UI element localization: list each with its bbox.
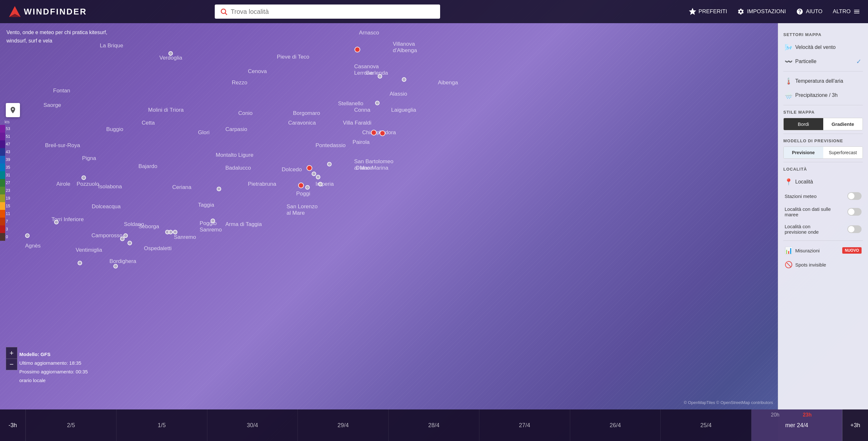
- timeline-date-2-5[interactable]: 2/5: [26, 409, 117, 441]
- localita-maree-row[interactable]: Località con dati sulle maree: [783, 203, 863, 220]
- timeline-date-26-4[interactable]: 26/4: [570, 409, 661, 441]
- map-label-pairola: Pairola: [352, 139, 370, 146]
- timeline-back-btn[interactable]: -3h: [0, 409, 26, 441]
- legend-row-47: 47: [0, 140, 14, 148]
- location-dot-dot26[interactable]: [113, 264, 118, 269]
- legend-row-3: 3: [0, 225, 14, 233]
- location-dot-dot7[interactable]: [380, 130, 385, 136]
- location-dot-dot11[interactable]: [327, 162, 332, 166]
- map-style-buttons[interactable]: Bordi Gradiente: [783, 118, 863, 130]
- location-dot-dot3[interactable]: [378, 74, 382, 78]
- timeline-date-1-5[interactable]: 1/5: [117, 409, 207, 441]
- thermometer-icon: 🌡️: [785, 77, 793, 85]
- legend-row-31: 31: [0, 171, 14, 179]
- preferiti-label: PREFERITI: [699, 8, 727, 15]
- location-dot-dot10[interactable]: [307, 165, 312, 171]
- location-dot-dot8[interactable]: [82, 176, 86, 180]
- timeline-date-30-4[interactable]: 30/4: [207, 409, 298, 441]
- spots-invisible-row[interactable]: 🚫 Spots invisible: [783, 257, 863, 272]
- location-dot-dot9[interactable]: [217, 187, 221, 191]
- nav-aiuto[interactable]: AIUTO: [796, 8, 823, 15]
- map-label-poggi: Poggi: [296, 191, 310, 197]
- localita-onde-row[interactable]: Località con previsione onde: [783, 220, 863, 238]
- map-label-ventimigia: Ventimiglia: [76, 247, 102, 253]
- localita-maree-toggle[interactable]: [847, 208, 862, 216]
- location-dot-dot12[interactable]: [312, 171, 316, 176]
- locate-button[interactable]: [6, 103, 20, 117]
- stazioni-meteo-label: Stazioni meteo: [785, 193, 845, 199]
- zoom-in-button[interactable]: +: [6, 347, 18, 358]
- location-dot-dot6[interactable]: [371, 130, 377, 135]
- header: Windfinder PREFERITI IMPOSTAZIONI: [0, 0, 868, 23]
- map-label-seborga: Seborga: [138, 223, 159, 230]
- search-input[interactable]: [231, 8, 435, 15]
- location-dot-dot15[interactable]: [298, 183, 304, 188]
- altro-label: ALTRO: [833, 8, 850, 15]
- localita-item[interactable]: 📍 Località: [783, 175, 863, 189]
- location-dot-dot16[interactable]: [305, 185, 310, 190]
- stazioni-meteo-row[interactable]: Stazioni meteo: [783, 189, 863, 203]
- misurazioni-row[interactable]: 📊 Misurazioni NUOVO: [783, 243, 863, 257]
- zoom-out-button[interactable]: −: [6, 358, 18, 370]
- timeline-date-28-4[interactable]: 28/4: [389, 409, 479, 441]
- timeline-date-27-4[interactable]: 27/4: [479, 409, 570, 441]
- particles-check: ✓: [856, 58, 862, 65]
- wind-speed-label: Velocità del vento: [795, 44, 862, 50]
- nav-preferiti[interactable]: PREFERITI: [689, 8, 727, 15]
- air-temp-item[interactable]: 🌡️ Temperatura dell'aria: [783, 74, 863, 88]
- location-pin-icon: 📍: [785, 178, 793, 186]
- location-dot-dot14[interactable]: [318, 182, 322, 186]
- localita-onde-toggle[interactable]: [847, 225, 862, 233]
- nav-altro[interactable]: ALTRO: [833, 8, 860, 15]
- stazioni-meteo-toggle[interactable]: [847, 192, 862, 200]
- location-dot-dot1[interactable]: [168, 51, 173, 56]
- gear-icon: [737, 8, 744, 15]
- map-style-title: STILE MAPPA: [783, 110, 863, 115]
- nav-impostazioni[interactable]: IMPOSTAZIONI: [737, 8, 786, 15]
- timeline-date-29-4[interactable]: 29/4: [298, 409, 389, 441]
- timeline-dates[interactable]: 2/51/530/429/428/427/426/425/4mer 24/4 2…: [26, 409, 842, 441]
- particles-label: Particelle: [795, 59, 854, 64]
- map[interactable]: La BriqueVerdogliaPieve di TecoArnascoVi…: [0, 0, 868, 441]
- previsione-btn[interactable]: Previsione: [784, 147, 823, 158]
- star-icon: [689, 8, 696, 15]
- impostazioni-label: IMPOSTAZIONI: [747, 8, 786, 15]
- timeline-date-25-4[interactable]: 25/4: [661, 409, 751, 441]
- timeline[interactable]: -3h 2/51/530/429/428/427/426/425/4mer 24…: [0, 409, 868, 441]
- location-dot-dot24[interactable]: [173, 230, 177, 234]
- timeline-forward-btn[interactable]: +3h: [842, 409, 868, 441]
- zoom-controls[interactable]: + −: [6, 347, 18, 370]
- location-dot-dot2[interactable]: [354, 47, 360, 53]
- location-dot-dot18[interactable]: [54, 220, 59, 224]
- superforecast-btn[interactable]: Superforecast: [823, 147, 863, 158]
- legend-scale: 535147433935312723191511730: [0, 125, 14, 241]
- map-label-san-lorenzo-al-mare: San Lorenzo al Mare: [286, 203, 317, 216]
- air-temp-label: Temperatura dell'aria: [795, 78, 862, 84]
- search-bar[interactable]: [215, 4, 440, 19]
- location-dot-dot4[interactable]: [402, 77, 406, 82]
- model-buttons[interactable]: Previsione Superforecast: [783, 147, 863, 159]
- map-label-airole: Airole: [56, 181, 70, 187]
- location-dot-dot27[interactable]: [78, 261, 82, 265]
- particles-item[interactable]: 〰️ Particelle ✓: [783, 54, 863, 69]
- logo[interactable]: Windfinder: [8, 5, 87, 18]
- location-dot-dot5[interactable]: [375, 101, 380, 105]
- location-dot-dot17[interactable]: [25, 233, 30, 238]
- location-dot-dot25[interactable]: [211, 219, 215, 223]
- compass-icon: [9, 106, 17, 114]
- style-bordi-btn[interactable]: Bordi: [784, 118, 823, 130]
- location-dot-dot23[interactable]: [168, 230, 173, 234]
- eye-off-icon: 🚫: [785, 261, 793, 269]
- location-dot-dot21[interactable]: [127, 241, 132, 245]
- timeline-date-mer-24-4[interactable]: mer 24/4: [751, 409, 842, 441]
- precipitation-item[interactable]: 🌧️ Precipitazione / 3h: [783, 88, 863, 102]
- wind-legend: kts 535147433935312723191511730: [0, 119, 14, 241]
- map-label-conna: Conna: [354, 107, 370, 113]
- location-dot-dot13[interactable]: [316, 175, 320, 179]
- location-dot-dot20[interactable]: [120, 237, 125, 241]
- map-label-villanova-dalbenga: Villanova d'Albenga: [393, 41, 417, 54]
- wind-speed-item[interactable]: 🌬️ Velocità del vento: [783, 40, 863, 54]
- style-gradiente-btn[interactable]: Gradiente: [823, 118, 863, 130]
- localita-onde-label: Località con previsione onde: [785, 224, 845, 235]
- map-label-rezzo: Rezzo: [232, 80, 247, 86]
